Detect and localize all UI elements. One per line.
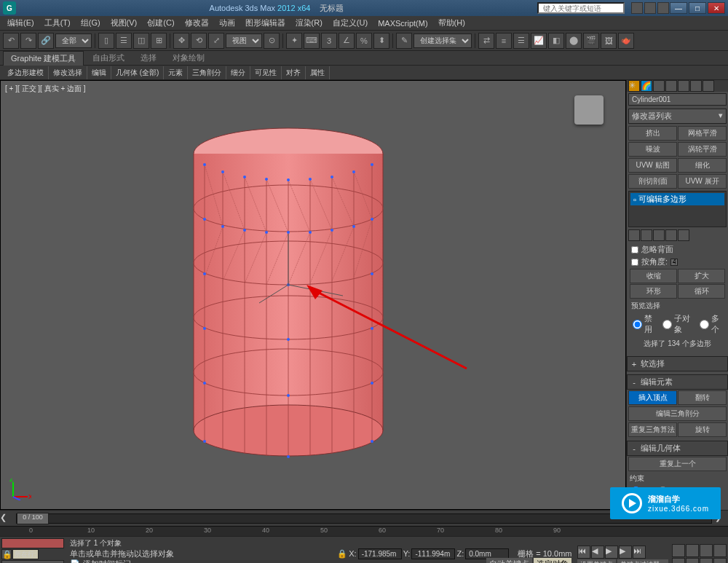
rotate-button[interactable]: ⟲ (191, 33, 207, 49)
menu-maxscript[interactable]: MAXScript(M) (373, 17, 432, 29)
rollout-editgeom[interactable]: -编辑几何体 (627, 441, 728, 456)
menu-create[interactable]: 创建(C) (143, 16, 178, 30)
btn-flip[interactable]: 翻转 (678, 390, 727, 405)
rp-geom[interactable]: 几何体 (全部) (111, 66, 164, 79)
rp-vis[interactable]: 可见性 (250, 66, 282, 79)
minimize-button[interactable]: — (670, 2, 687, 14)
help-icon[interactable] (657, 2, 669, 14)
tab-hierarchy-icon[interactable] (653, 80, 665, 92)
ref-coord[interactable]: 视图 (226, 34, 262, 48)
select-button[interactable]: ▯ (98, 33, 114, 49)
rp-edit[interactable]: 编辑 (87, 66, 111, 79)
tab-modify-icon[interactable]: 🌈 (641, 80, 652, 92)
render-button[interactable]: 🫖 (618, 33, 634, 49)
menu-edit[interactable]: 编辑(E) (3, 16, 39, 30)
keyfilter-button[interactable]: 关键点过滤器... (617, 559, 668, 564)
rp-element[interactable]: 元素 (164, 66, 188, 79)
btn-turbosmooth[interactable]: 涡轮平滑 (678, 142, 727, 157)
menu-custom[interactable]: 自定义(U) (328, 16, 372, 30)
rp-modsel[interactable]: 修改选择 (49, 66, 87, 79)
render-frame-button[interactable]: 🖼 (601, 33, 617, 49)
btn-repeat-last[interactable]: 重复上一个 (628, 457, 727, 471)
play-icon[interactable]: ▶ (605, 546, 618, 559)
select-manipulate-button[interactable]: ✦ (286, 33, 302, 49)
render-setup-button[interactable]: 🎬 (583, 33, 599, 49)
rp-align[interactable]: 对齐 (282, 66, 306, 79)
goto-end-icon[interactable]: ⏭ (633, 546, 646, 559)
next-frame-icon[interactable]: ▶ (619, 546, 632, 559)
viewport-label[interactable]: [ + ][ 正交 ][ 真实 + 边面 ] (5, 84, 86, 94)
nav-zoom-icon[interactable] (686, 544, 699, 557)
ribbon-freeform[interactable]: 自由形式 (85, 51, 132, 65)
angle-snap-button[interactable]: ∠ (339, 33, 355, 49)
btn-shrink[interactable]: 收缩 (630, 269, 677, 283)
radio-multi[interactable]: 多个 (698, 312, 724, 336)
btn-tessellate[interactable]: 细化 (678, 158, 727, 173)
modifier-list-dropdown[interactable]: 修改器列表▾ (628, 109, 727, 124)
info-icon[interactable] (631, 2, 643, 14)
color-swatch[interactable] (1, 538, 64, 548)
close-button[interactable]: ✕ (708, 2, 725, 14)
configure-icon[interactable] (678, 229, 689, 241)
menu-view[interactable]: 视图(V) (106, 16, 142, 30)
menu-render[interactable]: 渲染(R) (291, 16, 327, 30)
radio-sub[interactable]: 子对象 (661, 312, 693, 336)
nav-orbit-icon[interactable] (686, 558, 699, 563)
menu-modifiers[interactable]: 修改器 (181, 16, 213, 30)
rp-props[interactable]: 属性 (306, 66, 330, 79)
tab-display-icon[interactable] (678, 80, 689, 92)
btn-ring[interactable]: 环形 (630, 284, 677, 299)
btn-rotate-tri[interactable]: 旋转 (678, 422, 727, 437)
move-button[interactable]: ✥ (173, 33, 189, 49)
maximize-button[interactable]: □ (689, 2, 706, 14)
object-name-field[interactable]: Cylinder001 (628, 93, 727, 106)
ribbon-objpaint[interactable]: 对象绘制 (165, 51, 212, 65)
pin-stack-icon[interactable] (628, 229, 640, 241)
menu-group[interactable]: 组(G) (76, 16, 105, 30)
window-crossing-button[interactable]: ⊞ (151, 33, 167, 49)
mirror-button[interactable]: ⇄ (478, 33, 494, 49)
rollout-softsel[interactable]: +软选择 (627, 356, 728, 371)
btn-uvwmap[interactable]: UVW 贴图 (628, 158, 677, 173)
curve-editor-button[interactable]: 📈 (531, 33, 547, 49)
cylinder-object[interactable] (190, 125, 387, 460)
layer-button[interactable]: ☰ (513, 33, 529, 49)
script-field[interactable] (1, 560, 64, 563)
show-end-icon[interactable] (641, 229, 652, 241)
snap-button[interactable]: 3 (321, 33, 337, 49)
angle-spinner[interactable] (670, 259, 678, 266)
schematic-button[interactable]: ◧ (548, 33, 564, 49)
link-button[interactable]: 🔗 (38, 33, 54, 49)
rp-subdiv[interactable]: 细分 (226, 66, 250, 79)
select-name-button[interactable]: ☰ (116, 33, 132, 49)
tab-extra-icon[interactable] (703, 80, 714, 92)
ribbon-graphite[interactable]: Graphite 建模工具 (3, 51, 84, 66)
menu-help[interactable]: 帮助(H) (434, 16, 470, 30)
track-bar[interactable]: 010 2030 4050 6070 8090 (0, 526, 728, 536)
y-field[interactable]: -111.994m (411, 548, 455, 559)
btn-retri[interactable]: 重复三角算法 (628, 422, 677, 437)
use-center-button[interactable]: ⊙ (264, 33, 280, 49)
rollout-editelem[interactable]: -编辑元素 (627, 374, 728, 390)
check-ignore-back[interactable]: 忽略背面 (628, 243, 727, 256)
rp-tri[interactable]: 三角剖分 (188, 66, 226, 79)
btn-uvwunwrap[interactable]: UVW 展开 (678, 174, 727, 189)
btn-extrude[interactable]: 挤出 (628, 126, 677, 141)
mod-editable-poly[interactable]: ▫可编辑多边形 (630, 193, 724, 205)
star-icon[interactable] (644, 2, 656, 14)
time-thumb[interactable]: 0 / 100 (17, 513, 49, 524)
ribbon-selection[interactable]: 选择 (133, 51, 164, 65)
lock-axis-icon[interactable]: 🔒 (337, 549, 347, 559)
align-button[interactable]: ≡ (496, 33, 512, 49)
viewport[interactable]: [ + ][ 正交 ][ 真实 + 边面 ] (0, 80, 626, 510)
named-sel-set[interactable]: 创建选择集 (414, 34, 472, 48)
lock-icon[interactable]: 🔒 (1, 549, 12, 559)
btn-insert-vert[interactable]: 插入顶点 (628, 390, 677, 405)
make-unique-icon[interactable] (653, 229, 665, 241)
tab-create-icon[interactable]: ✳ (628, 80, 640, 92)
btn-edit-tri[interactable]: 编辑三角剖分 (628, 406, 727, 421)
percent-snap-button[interactable]: % (356, 33, 372, 49)
nav-region-icon[interactable] (713, 558, 727, 563)
goto-start-icon[interactable]: ⏮ (577, 546, 590, 559)
viewcube-icon[interactable] (574, 95, 604, 125)
